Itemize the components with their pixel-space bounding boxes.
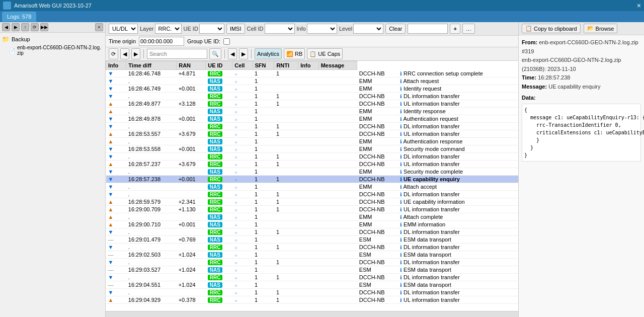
table-row[interactable]: ▼.RRC⬦11DCCH-NBℹ DL information transfer <box>106 244 519 251</box>
cell-diff: +2.341 <box>177 198 206 206</box>
next-btn[interactable]: ▶ <box>131 48 140 59</box>
table-row[interactable]: —16:29:02.503+1.024NAS⬦1ESMℹ ESM data tr… <box>106 251 519 259</box>
table-row[interactable]: ▼.RRC⬦11DCCH-NBℹ DL information transfer <box>106 289 519 296</box>
table-row[interactable]: ▼.NAS⬦1EMMℹ Attach request <box>106 77 519 85</box>
cell-info-val: DCCH-NB <box>357 296 398 304</box>
log-table: Info Time diff RAN UE ID Cell SFN RNTI I… <box>106 61 518 304</box>
table-row[interactable]: ▼.RRC⬦11DCCH-NBℹ DL information transfer <box>106 191 519 198</box>
th-info2[interactable]: Info <box>298 61 318 70</box>
refresh-btn[interactable]: ⟳ <box>109 48 118 59</box>
cell-message: ℹ DL information transfer <box>398 289 518 296</box>
cell-time: 16:29:00.709 <box>126 206 177 213</box>
next-result-btn[interactable]: ▶ <box>239 48 248 59</box>
table-row[interactable]: ▼.NAS⬦1EMMℹ Security mode complete <box>106 168 519 176</box>
time-origin-input[interactable] <box>139 37 184 46</box>
bottom-scrollbar[interactable] <box>106 311 518 317</box>
th-ran[interactable]: RAN <box>177 61 206 70</box>
table-row[interactable]: ▲16:28:59.579+2.341RRC⬦11DCCH-NBℹ UE cap… <box>106 198 519 206</box>
table-header-row: Info Time diff RAN UE ID Cell SFN RNTI I… <box>106 61 519 70</box>
ran-badge: RRC <box>208 199 223 205</box>
prev-result-btn[interactable]: ◀ <box>228 48 237 59</box>
logs-tab[interactable]: Logs: 578 <box>2 12 36 22</box>
add-filter-btn[interactable]: + <box>450 24 460 34</box>
th-cell[interactable]: Cell <box>232 61 253 70</box>
sidebar-up-btn[interactable]: ↑ <box>21 23 29 31</box>
cell-ueid: 1 <box>253 289 274 296</box>
filter-text-input[interactable] <box>408 24 448 34</box>
cellid-select[interactable] <box>265 24 295 34</box>
sidebar-forward-btn[interactable]: ▶ <box>12 23 20 31</box>
msg-info-icon: ℹ <box>400 184 402 190</box>
table-row[interactable]: ▼.RRC⬦11DCCH-NBℹ DL information transfer <box>106 274 519 281</box>
table-row[interactable]: ▲.NAS⬦1EMMℹ Attach complete <box>106 213 519 221</box>
table-row[interactable]: ▼.NAS⬦1EMMℹ Attach accept <box>106 183 519 191</box>
ue-caps-btn[interactable]: 📋 UE Caps <box>307 48 343 59</box>
table-row[interactable]: ▼16:28:46.748+4.871RRC⬦11DCCH-NBℹ RRC co… <box>106 70 519 77</box>
msg-info-icon: ℹ <box>400 131 402 137</box>
more-btn[interactable]: … <box>462 24 475 34</box>
cell-sfn <box>298 123 318 130</box>
search-go-btn[interactable]: 🔍 <box>209 48 221 59</box>
table-row[interactable]: ▲.NAS⬦1EMMℹ Identity response <box>106 108 519 115</box>
tree-item-file[interactable]: 📄 enb-export-CC660D-GEO-NTN-2.log.zip <box>2 44 103 57</box>
sidebar-close-btn[interactable]: × <box>95 23 103 31</box>
search-input[interactable] <box>147 49 207 59</box>
log-table-container[interactable]: Info Time diff RAN UE ID Cell SFN RNTI I… <box>106 61 518 311</box>
table-row[interactable]: ▲16:28:49.877+3.128RRC⬦11DCCH-NBℹ UL inf… <box>106 100 519 108</box>
table-row[interactable]: ▲16:28:53.557+3.679RRC⬦11DCCH-NBℹ UL inf… <box>106 130 519 138</box>
cell-ran: NAS <box>206 138 232 145</box>
th-message[interactable]: Message <box>318 61 357 70</box>
close-icon[interactable]: × <box>637 2 641 10</box>
th-rnti[interactable]: RNTI <box>274 61 298 70</box>
cell-info-val: EMM <box>357 85 398 93</box>
cell-ran: NAS <box>206 221 232 228</box>
layer-select[interactable]: RRC. NAS All <box>155 24 182 34</box>
table-row[interactable]: ▼16:28:53.558+0.001NAS⬦1EMMℹ Security mo… <box>106 145 519 153</box>
table-row[interactable]: ▼16:28:49.878+0.001NAS⬦1EMMℹ Authenticat… <box>106 115 519 123</box>
group-ueid-checkbox[interactable] <box>223 38 230 45</box>
imsi-btn[interactable]: IMSI <box>226 24 245 34</box>
msg-info-icon: ℹ <box>400 222 402 227</box>
th-ueid[interactable]: UE ID <box>206 61 232 70</box>
table-row[interactable]: ▼.RRC⬦11DCCH-NBℹ DL information transfer <box>106 228 519 236</box>
th-sfn[interactable]: SFN <box>253 61 274 70</box>
copy-clipboard-btn[interactable]: 📋 Copy to clipboard <box>522 24 581 33</box>
tree-item-backup[interactable]: 📁 Backup <box>2 35 103 44</box>
table-row[interactable]: ▲16:28:57.237+3.679RRC⬦11DCCH-NBℹ UL inf… <box>106 161 519 168</box>
sidebar-skip-btn[interactable]: ▶▶ <box>40 23 48 31</box>
time-line: Time: 16:28:57.238 <box>522 73 641 83</box>
table-row[interactable]: ▼.RRC⬦11DCCH-NBℹ DL information transfer <box>106 123 519 130</box>
analytics-btn[interactable]: Analytics <box>255 48 282 59</box>
clear-btn[interactable]: Clear <box>385 24 406 34</box>
prev-btn[interactable]: ◀ <box>120 48 129 59</box>
table-row[interactable]: ▼16:28:46.749+0.001NAS⬦1EMMℹ Identity re… <box>106 85 519 93</box>
cell-info-arrow: ▼ <box>106 123 126 130</box>
table-row[interactable]: —16:29:03.527+1.024NAS⬦1ESMℹ ESM data tr… <box>106 266 519 274</box>
table-row[interactable]: ▼.RRC⬦11DCCH-NBℹ DL information transfer <box>106 153 519 161</box>
level-select[interactable] <box>353 24 383 34</box>
cell-cell <box>274 77 298 85</box>
cell-cell: 1 <box>274 70 298 77</box>
cell-ran: RRC <box>206 289 232 296</box>
table-row[interactable]: —16:29:04.551+1.024NAS⬦1ESMℹ ESM data tr… <box>106 281 519 289</box>
th-info[interactable]: Info <box>106 61 126 70</box>
table-row[interactable]: ▲16:29:00.709+1.130RRC⬦11DCCH-NBℹ UL inf… <box>106 206 519 213</box>
table-row[interactable]: ▼.RRC⬦11DCCH-NBℹ DL information transfer <box>106 259 519 266</box>
table-row[interactable]: ▼16:28:57.238+0.001RRC⬦11DCCH-NBℹ UE cap… <box>106 176 519 183</box>
info-select[interactable] <box>307 24 337 34</box>
rb-btn[interactable]: 📶 RB <box>284 48 305 59</box>
sidebar-back-btn[interactable]: ◀ <box>2 23 10 31</box>
th-time[interactable]: Time diff <box>126 61 177 70</box>
cell-arrow: ⬦ <box>232 296 253 304</box>
sidebar-refresh-btn[interactable]: ⟳ <box>31 23 39 31</box>
cell-arrow: ⬦ <box>232 213 253 221</box>
uldl-select[interactable]: UL/DL UL DL <box>109 24 138 34</box>
table-row[interactable]: ▲16:29:04.929+0.378RRC⬦11DCCH-NBℹ UL inf… <box>106 296 519 304</box>
browse-btn[interactable]: 📂 Browse <box>584 24 618 33</box>
table-row[interactable]: ▼.RRC⬦11DCCH-NBℹ DL information transfer <box>106 93 519 100</box>
ueid-select[interactable] <box>199 24 224 34</box>
cell-ueid: 1 <box>253 266 274 274</box>
table-row[interactable]: ▲.NAS⬦1EMMℹ Authentication response <box>106 138 519 145</box>
table-row[interactable]: ▲16:29:00.710+0.001NAS⬦1EMMℹ EMM informa… <box>106 221 519 228</box>
table-row[interactable]: —16:29:01.479+0.769NAS⬦1ESMℹ ESM data tr… <box>106 236 519 244</box>
